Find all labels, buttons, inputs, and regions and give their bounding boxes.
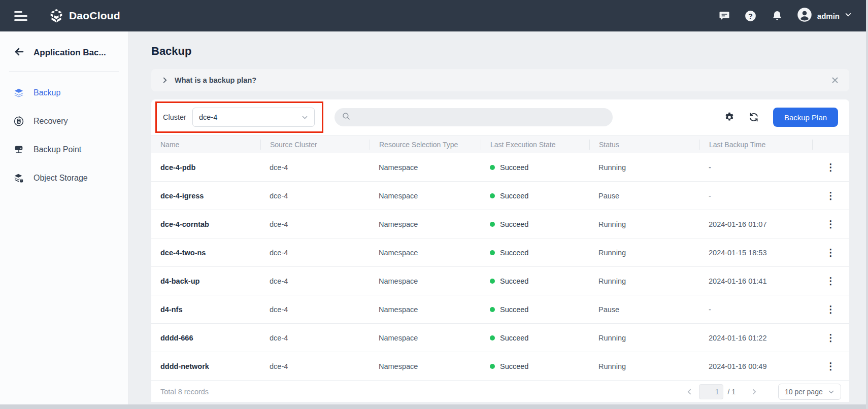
- pagination: / 1 10 per page: [680, 384, 841, 400]
- backup-plan-button[interactable]: Backup Plan: [773, 108, 838, 127]
- table-header-row: Name Source Cluster Resource Selection T…: [151, 135, 849, 153]
- brand-name: DaoCloud: [69, 10, 120, 22]
- help-icon[interactable]: ?: [744, 9, 757, 22]
- row-actions-kebab-icon[interactable]: ⋮: [823, 332, 839, 344]
- brand[interactable]: DaoCloud: [49, 8, 120, 23]
- page-total-label: / 1: [727, 388, 736, 396]
- topbar: DaoCloud ? admin: [0, 0, 866, 31]
- search-icon: [342, 112, 351, 123]
- resource-selection-type-cell: Namespace: [370, 249, 481, 257]
- backup-name-link[interactable]: d4-back-up: [151, 277, 260, 285]
- sidebar-item-object-storage[interactable]: Object Storage: [0, 164, 128, 192]
- row-actions-kebab-icon[interactable]: ⋮: [823, 275, 839, 287]
- table-tools: [723, 111, 760, 123]
- table-row: dddd-666 dce-4 Namespace Succeed Running…: [151, 324, 849, 352]
- column-header-resource-selection-type: Resource Selection Type: [370, 140, 481, 150]
- row-actions-kebab-icon[interactable]: ⋮: [823, 161, 839, 173]
- search-input[interactable]: [356, 113, 606, 121]
- row-actions-kebab-icon[interactable]: ⋮: [823, 218, 839, 230]
- last-backup-time-cell: 2024-01-16 01:07: [699, 220, 812, 228]
- cluster-select-value: dce-4: [199, 113, 217, 121]
- sidebar-nav: Backup Recovery Backup Point: [0, 72, 128, 199]
- table-row: dce-4-pdb dce-4 Namespace Succeed Runnin…: [151, 153, 849, 182]
- sidebar-item-label: Recovery: [34, 117, 68, 126]
- status-cell: Running: [589, 220, 699, 228]
- status-cell: Running: [589, 334, 699, 342]
- row-actions-kebab-icon[interactable]: ⋮: [823, 190, 839, 201]
- hamburger-menu-icon[interactable]: [14, 11, 27, 21]
- total-records-label: Total 8 records: [160, 388, 209, 396]
- resource-selection-type-cell: Namespace: [370, 192, 481, 200]
- status-cell: Running: [589, 362, 699, 370]
- backup-name-link[interactable]: dce-4-igress: [151, 192, 260, 200]
- cluster-select[interactable]: dce-4: [192, 108, 315, 127]
- backup-name-link[interactable]: d4-nfs: [151, 305, 260, 314]
- notifications-bell-icon[interactable]: [771, 9, 784, 22]
- refresh-icon[interactable]: [748, 111, 760, 123]
- previous-page-chevron-icon[interactable]: [680, 388, 699, 395]
- banner-expand-chevron-icon[interactable]: [161, 77, 169, 84]
- sidebar-item-recovery[interactable]: Recovery: [0, 107, 128, 135]
- last-execution-state-cell: Succeed: [500, 334, 528, 342]
- backup-list-card: Cluster dce-4: [151, 99, 849, 402]
- row-actions-kebab-icon[interactable]: ⋮: [823, 247, 839, 258]
- avatar-icon: [797, 7, 812, 24]
- backup-name-link[interactable]: dddd-666: [151, 334, 260, 342]
- table-row: dce-4-two-ns dce-4 Namespace Succeed Run…: [151, 238, 849, 267]
- search-bar[interactable]: [335, 108, 613, 126]
- table-row: dce-4-corntab dce-4 Namespace Succeed Ru…: [151, 210, 849, 238]
- sidebar-item-backup[interactable]: Backup: [0, 79, 128, 107]
- daocloud-logo-icon: [49, 8, 64, 23]
- table-row: dce-4-igress dce-4 Namespace Succeed Pau…: [151, 182, 849, 210]
- column-header-source-cluster: Source Cluster: [260, 140, 370, 150]
- next-page-chevron-icon[interactable]: [745, 388, 764, 395]
- success-status-dot: [490, 250, 495, 255]
- source-cluster-cell: dce-4: [260, 305, 370, 314]
- source-cluster-cell: dce-4: [260, 220, 370, 228]
- status-cell: Running: [589, 277, 699, 285]
- last-execution-state-cell: Succeed: [500, 192, 528, 200]
- sidebar-module-title: Application Bac...: [34, 48, 106, 58]
- messages-icon[interactable]: [718, 9, 731, 22]
- resource-selection-type-cell: Namespace: [370, 334, 481, 342]
- backup-name-link[interactable]: dce-4-pdb: [151, 163, 260, 172]
- success-status-dot: [490, 335, 495, 340]
- back-arrow-icon[interactable]: [13, 46, 25, 60]
- cluster-filter-label: Cluster: [163, 113, 186, 121]
- sidebar-item-backup-point[interactable]: Backup Point: [0, 135, 128, 164]
- last-execution-state-cell: Succeed: [500, 220, 528, 228]
- user-chevron-down-icon: [845, 11, 852, 20]
- source-cluster-cell: dce-4: [260, 192, 370, 200]
- sidebar: Application Bac... Backup Recovery: [0, 31, 128, 404]
- last-execution-state-cell: Succeed: [500, 277, 528, 285]
- object-storage-icon: [13, 173, 24, 184]
- backup-name-link[interactable]: dce-4-two-ns: [151, 249, 260, 257]
- page-number-input[interactable]: [699, 384, 723, 399]
- resource-selection-type-cell: Namespace: [370, 163, 481, 172]
- user-menu[interactable]: admin: [797, 7, 852, 24]
- success-status-dot: [490, 222, 495, 227]
- source-cluster-cell: dce-4: [260, 334, 370, 342]
- success-status-dot: [490, 279, 495, 284]
- last-backup-time-cell: -: [699, 163, 812, 172]
- backup-name-link[interactable]: dddd-network: [151, 362, 260, 370]
- banner-close-icon[interactable]: [831, 76, 839, 84]
- backup-table: Name Source Cluster Resource Selection T…: [151, 135, 849, 381]
- per-page-select[interactable]: 10 per page: [778, 384, 841, 400]
- row-actions-kebab-icon[interactable]: ⋮: [823, 360, 839, 372]
- sidebar-item-label: Backup Point: [34, 145, 81, 154]
- banner-text: What is a backup plan?: [175, 76, 256, 84]
- sidebar-back[interactable]: Application Bac...: [0, 31, 128, 71]
- sidebar-item-label: Object Storage: [34, 174, 88, 183]
- svg-text:?: ?: [748, 12, 753, 20]
- last-execution-state-cell: Succeed: [500, 163, 528, 172]
- backup-name-link[interactable]: dce-4-corntab: [151, 220, 260, 228]
- last-backup-time-cell: 2024-01-16 01:22: [699, 334, 812, 342]
- row-actions-kebab-icon[interactable]: ⋮: [823, 303, 839, 315]
- last-backup-time-cell: 2024-01-16 01:41: [699, 277, 812, 285]
- resource-selection-type-cell: Namespace: [370, 220, 481, 228]
- username-label: admin: [817, 12, 840, 20]
- per-page-value: 10 per page: [785, 388, 823, 396]
- success-status-dot: [490, 364, 495, 369]
- settings-gear-icon[interactable]: [723, 111, 736, 123]
